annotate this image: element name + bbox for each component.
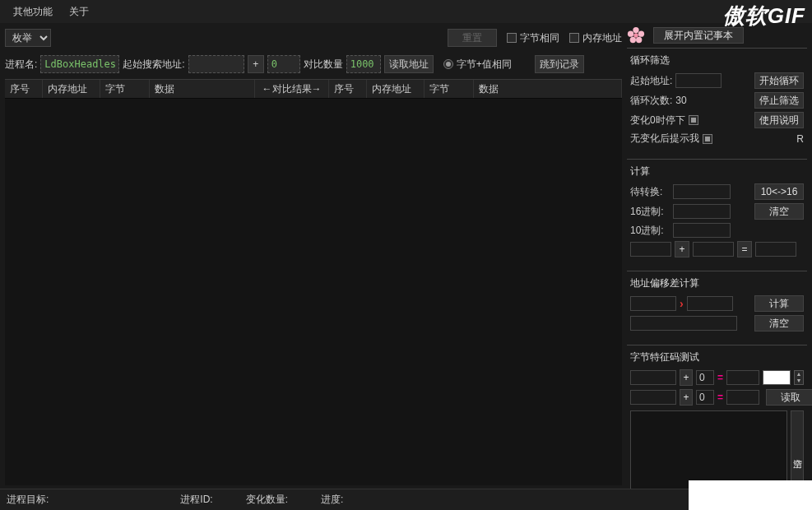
bs-eq2: = <box>717 392 723 403</box>
bs-r2-input[interactable] <box>726 390 759 405</box>
calc-title: 计算 <box>630 165 804 178</box>
dec-input[interactable] <box>673 223 731 238</box>
bs-eq1: = <box>717 372 723 383</box>
calc-eq-button[interactable]: = <box>737 241 752 257</box>
table-header: 序号 内存地址 字节 数据 ←对比结果→ 序号 内存地址 字节 数据 <box>5 79 622 99</box>
bs-a1-input[interactable] <box>630 370 676 385</box>
byte-val-same-label: 字节+值相同 <box>457 58 512 72</box>
offset-result-input[interactable] <box>630 316 737 331</box>
bs-plus1-button[interactable]: + <box>680 369 693 386</box>
status-pid: 进程ID: <box>180 493 212 507</box>
plus-button[interactable]: + <box>248 55 264 73</box>
mem-addr-label: 内存地址 <box>582 31 622 45</box>
loop-count-label: 循环次数: <box>630 94 672 108</box>
loop-count-value: 30 <box>675 95 686 106</box>
start-search-label: 起始搜索地址: <box>123 58 184 72</box>
bs-r1-input[interactable] <box>726 370 759 385</box>
svg-point-3 <box>630 37 636 43</box>
calc-a-input[interactable] <box>630 242 671 257</box>
byte-same-label: 字节相同 <box>520 31 559 45</box>
stop-on-zero-label: 变化0时停下 <box>630 114 685 128</box>
ten-sixteen-button[interactable]: 10<->16 <box>754 183 804 200</box>
hex-label: 16进制: <box>630 205 670 219</box>
bs-a2-input[interactable] <box>630 390 676 405</box>
status-progress: 进度: <box>321 493 343 507</box>
stop-on-zero-checkbox[interactable] <box>689 115 698 125</box>
status-target: 进程目标: <box>7 493 49 507</box>
jump-record-button[interactable]: 跳到记录 <box>535 55 584 73</box>
col-memaddr-l: 内存地址 <box>43 80 100 98</box>
updown[interactable]: ▲▼ <box>794 370 804 385</box>
to-convert-input[interactable] <box>673 184 731 199</box>
col-idx-l: 序号 <box>5 80 43 98</box>
proc-input[interactable] <box>40 55 119 73</box>
loop-title: 循环筛选 <box>630 53 804 67</box>
table-body <box>5 99 622 485</box>
svg-point-5 <box>633 33 638 38</box>
col-compare: ←对比结果→ <box>255 80 329 98</box>
color-swatch[interactable] <box>763 370 791 385</box>
svg-point-4 <box>628 31 633 37</box>
byte-same-checkbox[interactable] <box>507 33 517 43</box>
offset-calc-button[interactable]: 计算 <box>754 295 804 312</box>
compare-count-label: 对比数量 <box>304 58 343 72</box>
bytesig-title: 字节特征码测试 <box>630 350 804 364</box>
offset-b-input[interactable] <box>687 296 733 311</box>
stop-filter-button[interactable]: 停止筛选 <box>754 92 804 109</box>
bs-zero1-input[interactable] <box>696 370 714 385</box>
bs-plus2-button[interactable]: + <box>680 389 693 406</box>
byte-val-same-radio[interactable] <box>443 59 453 69</box>
watermark: 傲软GIF <box>723 2 805 30</box>
dec-label: 10进制: <box>630 224 670 238</box>
notify-checkbox[interactable] <box>703 134 712 144</box>
col-data-r: 数据 <box>474 80 622 98</box>
mem-addr-checkbox[interactable] <box>569 33 579 43</box>
enum-select[interactable]: 枚举 <box>5 29 51 47</box>
svg-point-2 <box>636 37 642 43</box>
offset-a-input[interactable] <box>630 296 676 311</box>
flower-icon <box>627 26 645 44</box>
svg-point-0 <box>633 27 638 33</box>
compare-count-input[interactable] <box>346 55 381 73</box>
col-byte-l: 字节 <box>100 80 150 98</box>
offset-title: 地址偏移差计算 <box>630 276 804 290</box>
usage-button[interactable]: 使用说明 <box>754 112 804 128</box>
start-addr-input[interactable] <box>675 73 722 88</box>
reset-button[interactable]: 重置 <box>448 29 497 47</box>
status-change-count: 变化数量: <box>246 493 288 507</box>
start-search-input[interactable] <box>188 55 244 73</box>
menu-about[interactable]: 关于 <box>61 2 97 22</box>
calc-b-input[interactable] <box>693 242 734 257</box>
hex-input[interactable] <box>673 204 731 219</box>
to-convert-label: 待转换: <box>630 185 670 199</box>
col-memaddr-r: 内存地址 <box>367 80 425 98</box>
proc-label: 进程名: <box>5 58 37 72</box>
col-idx-r: 序号 <box>329 80 367 98</box>
offset-input[interactable] <box>267 55 300 73</box>
calc-result-input[interactable] <box>755 242 796 257</box>
start-addr-label: 起始地址: <box>630 74 672 88</box>
notify-label: 无变化后提示我 <box>630 132 699 146</box>
offset-clear-button[interactable]: 清空 <box>754 315 804 332</box>
col-byte-r: 字节 <box>425 80 474 98</box>
calc-plus-button[interactable]: + <box>675 241 689 257</box>
bs-zero2-input[interactable] <box>696 390 714 405</box>
arrow-icon: › <box>680 297 684 310</box>
overlay-block <box>689 480 812 510</box>
read-addr-button[interactable]: 读取地址 <box>384 55 434 73</box>
svg-point-1 <box>638 31 644 37</box>
start-loop-button[interactable]: 开始循环 <box>754 72 804 89</box>
bs-read-button[interactable]: 读取 <box>766 389 812 406</box>
menu-other[interactable]: 其他功能 <box>5 2 61 22</box>
calc-clear-button[interactable]: 清空 <box>754 203 804 220</box>
col-data-l: 数据 <box>150 80 255 98</box>
r-label: R <box>796 133 804 145</box>
